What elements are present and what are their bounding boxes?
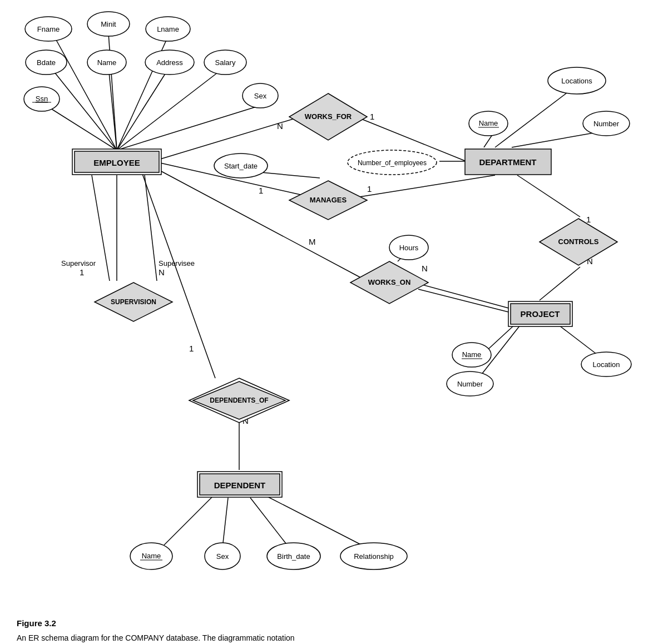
svg-line-20 bbox=[418, 289, 511, 313]
svg-line-29 bbox=[145, 175, 157, 281]
svg-text:Name: Name bbox=[462, 350, 482, 359]
svg-text:Name: Name bbox=[479, 119, 498, 127]
svg-line-8 bbox=[117, 106, 260, 150]
svg-text:1: 1 bbox=[80, 267, 84, 277]
svg-line-15 bbox=[356, 175, 495, 197]
svg-line-7 bbox=[44, 105, 117, 150]
svg-line-23 bbox=[517, 175, 580, 217]
svg-text:Address: Address bbox=[156, 58, 183, 67]
svg-text:Salary: Salary bbox=[215, 58, 236, 67]
svg-text:N: N bbox=[422, 264, 428, 273]
svg-line-35 bbox=[264, 495, 367, 548]
caption-line1: An ER schema diagram for the COMPANY dat… bbox=[17, 632, 651, 644]
svg-text:WORKS_ON: WORKS_ON bbox=[368, 278, 411, 286]
svg-text:Bdate: Bdate bbox=[37, 58, 56, 67]
svg-text:EMPLOYEE: EMPLOYEE bbox=[93, 158, 140, 167]
svg-line-3 bbox=[50, 67, 117, 150]
svg-text:1: 1 bbox=[370, 112, 374, 121]
svg-line-19 bbox=[418, 284, 511, 309]
svg-text:MANAGES: MANAGES bbox=[310, 196, 347, 204]
svg-line-32 bbox=[161, 495, 214, 548]
svg-text:Lname: Lname bbox=[157, 25, 179, 33]
svg-text:Minit: Minit bbox=[101, 20, 116, 28]
figure-title: Figure 3.2 bbox=[17, 617, 651, 630]
svg-text:Fname: Fname bbox=[37, 25, 60, 33]
svg-text:SUPERVISION: SUPERVISION bbox=[111, 298, 156, 306]
svg-text:Locations: Locations bbox=[561, 77, 592, 85]
svg-text:1: 1 bbox=[189, 344, 194, 353]
svg-text:Number_of_employees: Number_of_employees bbox=[358, 159, 427, 167]
svg-line-6 bbox=[117, 67, 225, 150]
svg-text:Number: Number bbox=[593, 120, 620, 128]
svg-text:Ssn: Ssn bbox=[36, 95, 48, 103]
svg-text:Sex: Sex bbox=[254, 92, 267, 100]
figure-caption: Figure 3.2 An ER schema diagram for the … bbox=[0, 612, 668, 644]
svg-text:CONTROLS: CONTROLS bbox=[558, 237, 599, 246]
svg-text:1: 1 bbox=[367, 184, 372, 194]
svg-text:Supervisor: Supervisor bbox=[61, 259, 96, 267]
svg-text:N: N bbox=[277, 121, 283, 131]
svg-text:1: 1 bbox=[586, 215, 591, 224]
svg-text:DEPENDENT: DEPENDENT bbox=[214, 480, 266, 490]
er-diagram: N 1 1 1 M N 1 N 1 N 1 N Supervisor Super… bbox=[0, 0, 668, 612]
svg-text:WORKS_FOR: WORKS_FOR bbox=[305, 112, 352, 121]
svg-text:Location: Location bbox=[592, 360, 620, 369]
svg-text:1: 1 bbox=[259, 186, 263, 195]
svg-text:Start_date: Start_date bbox=[224, 162, 258, 170]
svg-line-33 bbox=[222, 498, 228, 548]
svg-text:Supervisee: Supervisee bbox=[159, 259, 195, 267]
svg-line-30 bbox=[142, 172, 215, 378]
svg-text:DEPENDENTS_OF: DEPENDENTS_OF bbox=[210, 397, 268, 404]
svg-text:N: N bbox=[159, 267, 165, 277]
svg-line-22 bbox=[540, 267, 580, 300]
svg-text:PROJECT: PROJECT bbox=[521, 309, 560, 319]
svg-line-5 bbox=[117, 67, 170, 150]
svg-text:DEPARTMENT: DEPARTMENT bbox=[479, 157, 536, 167]
svg-text:Hours: Hours bbox=[399, 244, 419, 252]
svg-text:M: M bbox=[309, 237, 316, 246]
svg-text:Number: Number bbox=[457, 380, 483, 388]
svg-text:Name: Name bbox=[142, 552, 161, 560]
svg-text:Sex: Sex bbox=[216, 552, 229, 561]
svg-text:Name: Name bbox=[97, 58, 117, 67]
svg-text:Relationship: Relationship bbox=[354, 552, 394, 561]
svg-text:Birth_date: Birth_date bbox=[277, 552, 310, 561]
